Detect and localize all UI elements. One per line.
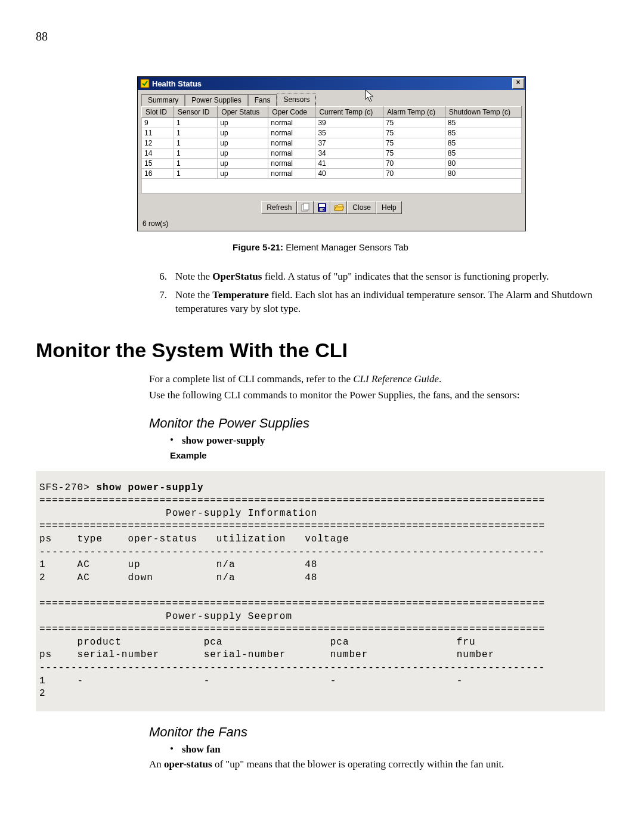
cell-alarm-temp: 70 bbox=[383, 169, 445, 179]
section-heading: Monitor the System With the CLI bbox=[36, 339, 605, 362]
cell-oper-code: normal bbox=[268, 118, 315, 128]
cell-alarm-temp: 75 bbox=[383, 138, 445, 148]
status-bar: 6 row(s) bbox=[138, 218, 525, 231]
bullet-item: • show power-supply bbox=[170, 435, 605, 447]
col-oper-status[interactable]: Oper Status bbox=[218, 107, 268, 118]
cell-alarm-temp: 75 bbox=[383, 128, 445, 138]
cell-oper-code: normal bbox=[268, 159, 315, 169]
text: For a complete list of CLI commands, ref… bbox=[149, 373, 353, 385]
figure-label: Figure 5-21: bbox=[233, 242, 283, 252]
cli-prompt: SFS-270> bbox=[39, 482, 96, 493]
help-button[interactable]: Help bbox=[376, 201, 402, 214]
table-row[interactable]: 121upnormal377585 bbox=[142, 138, 522, 148]
col-current-temp[interactable]: Current Temp (c) bbox=[315, 107, 383, 118]
text: Note the bbox=[175, 289, 212, 301]
window-toolbar: Refresh Close Help bbox=[138, 196, 525, 218]
text: of "up" means that the blower is operati… bbox=[212, 758, 504, 770]
tab-power-supplies[interactable]: Power Supplies bbox=[185, 94, 247, 106]
cli-body: ========================================… bbox=[39, 495, 545, 699]
table-row-empty bbox=[142, 179, 522, 194]
cell-slot-id: 11 bbox=[142, 128, 174, 138]
window-close-button[interactable]: × bbox=[512, 78, 524, 89]
text: An bbox=[149, 758, 164, 770]
subsection-heading: Monitor the Power Supplies bbox=[149, 416, 605, 431]
cell-shutdown-temp: 80 bbox=[445, 169, 521, 179]
figure-caption: Figure 5-21: Element Manager Sensors Tab bbox=[36, 242, 605, 252]
tab-fans[interactable]: Fans bbox=[248, 94, 277, 106]
text-bold: OperStatus bbox=[212, 271, 262, 282]
open-icon[interactable] bbox=[330, 201, 347, 214]
refresh-button[interactable]: Refresh bbox=[261, 201, 297, 214]
text-italic: CLI Reference Guide bbox=[353, 373, 439, 385]
instruction-list: 6. Note the OperStatus field. A status o… bbox=[155, 270, 605, 316]
table-row[interactable]: 151upnormal417080 bbox=[142, 159, 522, 169]
cell-shutdown-temp: 85 bbox=[445, 148, 521, 159]
cursor-icon bbox=[364, 89, 376, 105]
window-title: Health Status bbox=[152, 79, 512, 88]
cell-sensor-id: 1 bbox=[174, 128, 218, 138]
figure-text: Element Manager Sensors Tab bbox=[283, 242, 408, 252]
col-oper-code[interactable]: Oper Code bbox=[268, 107, 315, 118]
table-row[interactable]: 161upnormal407080 bbox=[142, 169, 522, 179]
cell-oper-status: up bbox=[218, 148, 268, 159]
cell-sensor-id: 1 bbox=[174, 118, 218, 128]
save-icon[interactable] bbox=[314, 201, 330, 214]
page-number: 88 bbox=[36, 30, 605, 44]
example-label: Example bbox=[170, 450, 605, 460]
cli-output: SFS-270> show power-supply =============… bbox=[36, 471, 605, 711]
list-item: 6. Note the OperStatus field. A status o… bbox=[155, 270, 605, 284]
cell-oper-code: normal bbox=[268, 128, 315, 138]
col-shutdown-temp[interactable]: Shutdown Temp (c) bbox=[445, 107, 521, 118]
text: . bbox=[439, 373, 441, 385]
tab-sensors[interactable]: Sensors bbox=[277, 94, 316, 106]
cell-slot-id: 15 bbox=[142, 159, 174, 169]
sensors-table: Slot ID Sensor ID Oper Status Oper Code … bbox=[141, 106, 522, 194]
command-name: show fan bbox=[182, 744, 221, 755]
cli-command: show power-supply bbox=[96, 482, 203, 493]
cell-alarm-temp: 75 bbox=[383, 148, 445, 159]
copy-icon[interactable] bbox=[297, 201, 314, 214]
cell-slot-id: 16 bbox=[142, 169, 174, 179]
bullet-item: • show fan bbox=[170, 744, 605, 755]
cell-oper-status: up bbox=[218, 159, 268, 169]
cell-oper-code: normal bbox=[268, 148, 315, 159]
table-row[interactable]: 141upnormal347585 bbox=[142, 148, 522, 159]
col-sensor-id[interactable]: Sensor ID bbox=[174, 107, 218, 118]
command-name: show power-supply bbox=[182, 435, 265, 447]
col-alarm-temp[interactable]: Alarm Temp (c) bbox=[383, 107, 445, 118]
cell-alarm-temp: 70 bbox=[383, 159, 445, 169]
text: Note the bbox=[175, 271, 212, 282]
subsection-heading: Monitor the Fans bbox=[149, 724, 605, 740]
app-icon bbox=[140, 79, 150, 88]
text: field. A status of "up" indicates that t… bbox=[262, 271, 549, 282]
cell-current-temp: 35 bbox=[315, 128, 383, 138]
cell-slot-id: 14 bbox=[142, 148, 174, 159]
cell-sensor-id: 1 bbox=[174, 169, 218, 179]
cell-current-temp: 41 bbox=[315, 159, 383, 169]
table-row[interactable]: 91upnormal397585 bbox=[142, 118, 522, 128]
svg-rect-6 bbox=[323, 209, 324, 210]
cell-shutdown-temp: 85 bbox=[445, 138, 521, 148]
col-slot-id[interactable]: Slot ID bbox=[142, 107, 174, 118]
svg-rect-2 bbox=[304, 203, 309, 210]
cell-shutdown-temp: 85 bbox=[445, 128, 521, 138]
paragraph: Use the following CLI commands to monito… bbox=[149, 389, 605, 402]
item-number: 7. bbox=[155, 289, 167, 316]
cell-sensor-id: 1 bbox=[174, 138, 218, 148]
cell-current-temp: 40 bbox=[315, 169, 383, 179]
cell-oper-code: normal bbox=[268, 138, 315, 148]
paragraph: An oper-status of "up" means that the bl… bbox=[149, 758, 605, 772]
cell-current-temp: 34 bbox=[315, 148, 383, 159]
close-button[interactable]: Close bbox=[347, 201, 376, 214]
tab-summary[interactable]: Summary bbox=[141, 94, 185, 106]
text-bold: oper-status bbox=[164, 758, 212, 770]
cell-oper-status: up bbox=[218, 169, 268, 179]
cell-oper-code: normal bbox=[268, 169, 315, 179]
cell-oper-status: up bbox=[218, 118, 268, 128]
cell-oper-status: up bbox=[218, 128, 268, 138]
table-row[interactable]: 111upnormal357585 bbox=[142, 128, 522, 138]
cell-slot-id: 12 bbox=[142, 138, 174, 148]
tab-strip: Summary Power Supplies Fans Sensors bbox=[138, 90, 525, 106]
cell-sensor-id: 1 bbox=[174, 148, 218, 159]
bullet-dot-icon: • bbox=[170, 744, 174, 755]
